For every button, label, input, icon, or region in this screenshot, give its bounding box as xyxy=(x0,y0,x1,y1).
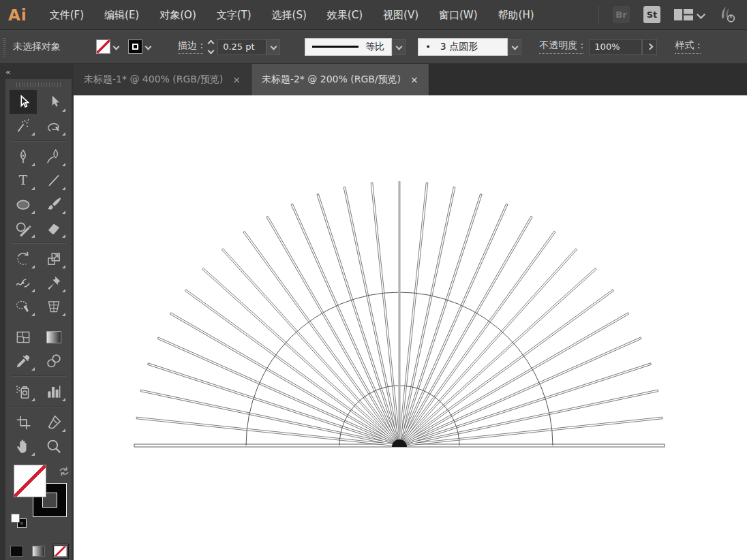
stroke-weight-dropdown-button[interactable] xyxy=(266,39,280,55)
subtool-corner-icon xyxy=(62,234,65,238)
tool-hand[interactable] xyxy=(10,434,37,458)
tool-paintbrush[interactable] xyxy=(40,192,67,216)
subtool-corner-icon xyxy=(62,108,65,112)
stroke-weight-label[interactable]: 描边 : xyxy=(178,40,203,54)
subtool-corner-icon xyxy=(62,398,65,401)
fan-ray[interactable] xyxy=(399,216,532,446)
profile-label: 等比 xyxy=(365,41,384,53)
opacity-field[interactable]: 100% xyxy=(589,39,642,55)
tool-perspective-grid[interactable] xyxy=(40,294,67,318)
tool-type[interactable]: T xyxy=(10,168,37,192)
menubar-item[interactable]: 帮助(H) xyxy=(488,0,545,30)
swap-fill-stroke-icon[interactable] xyxy=(58,466,70,477)
fan-ray[interactable] xyxy=(399,337,641,446)
menubar-item[interactable]: 编辑(E) xyxy=(94,0,149,30)
width-profile-dropdown-button[interactable] xyxy=(392,39,406,55)
tool-column-graph[interactable] xyxy=(40,379,67,403)
tab-close-icon[interactable]: × xyxy=(410,74,418,85)
fan-ray[interactable] xyxy=(266,216,400,446)
width-profile-dropdown[interactable]: 等比 xyxy=(305,38,392,56)
tool-eraser[interactable] xyxy=(40,216,67,240)
menubar-item[interactable]: 选择(S) xyxy=(262,0,317,30)
chevron-down-icon[interactable] xyxy=(145,44,152,50)
color-button[interactable] xyxy=(8,544,25,559)
collapse-panel-button[interactable]: « xyxy=(5,67,10,77)
brush-dropdown-button[interactable] xyxy=(508,39,521,55)
gpu-performance-icon[interactable] xyxy=(718,6,736,23)
divider xyxy=(11,406,66,407)
tool-width-tool[interactable] xyxy=(10,270,37,294)
menubar-item[interactable]: 窗口(W) xyxy=(429,0,488,30)
tool-magic-wand[interactable] xyxy=(10,114,37,138)
subtool-corner-icon xyxy=(62,265,65,268)
tool-shape-builder[interactable] xyxy=(10,294,37,318)
tool-scale[interactable] xyxy=(40,247,67,270)
tool-lasso[interactable] xyxy=(40,114,67,138)
menubar-item[interactable]: 对象(O) xyxy=(149,0,207,30)
subtool-corner-icon xyxy=(62,132,65,136)
menubar-item[interactable]: 文件(F) xyxy=(40,0,94,30)
document-canvas[interactable] xyxy=(74,95,747,560)
chevron-down-icon[interactable] xyxy=(113,44,120,50)
tool-zoom[interactable] xyxy=(40,434,67,458)
chevron-down-icon[interactable] xyxy=(208,47,215,54)
document-tab[interactable]: 未标题-1* @ 400% (RGB/预览)× xyxy=(74,64,251,95)
opacity-expand-button[interactable] xyxy=(642,39,657,55)
tool-eyedropper[interactable] xyxy=(10,349,37,373)
subtool-corner-icon xyxy=(62,313,65,316)
document-tab[interactable]: 未标题-2* @ 200% (RGB/预览)× xyxy=(251,64,429,95)
fill-none-swatch[interactable] xyxy=(96,40,110,54)
tool-symbol-sprayer[interactable] xyxy=(10,379,37,403)
stroke-weight-field[interactable]: 0.25 pt xyxy=(217,39,266,55)
opacity-label[interactable]: 不透明度 : xyxy=(539,40,583,54)
tool-ellipse[interactable] xyxy=(10,192,37,216)
brush-dropdown[interactable]: • 3 点圆形 xyxy=(418,38,508,56)
fan-ray[interactable] xyxy=(157,337,400,446)
highlight-ray[interactable] xyxy=(398,181,400,446)
subtool-corner-icon xyxy=(31,265,35,268)
divider xyxy=(11,140,66,142)
tool-artboard[interactable] xyxy=(10,410,37,434)
tool-curvature[interactable] xyxy=(40,144,67,168)
tool-line-segment[interactable] xyxy=(40,168,67,192)
panel-grip[interactable] xyxy=(16,82,61,87)
fan-ray[interactable] xyxy=(399,204,508,446)
stroke-color-control[interactable] xyxy=(128,40,151,54)
default-fill-stroke-icon[interactable] xyxy=(11,514,26,527)
panel-grip[interactable] xyxy=(3,37,6,57)
menubar-item[interactable]: 文字(T) xyxy=(207,0,262,30)
bridge-icon[interactable]: Br xyxy=(613,6,630,23)
subtool-corner-icon xyxy=(62,187,65,190)
chevron-up-icon[interactable] xyxy=(208,40,215,46)
tab-close-icon[interactable]: × xyxy=(232,74,241,85)
tool-selection[interactable] xyxy=(10,90,37,114)
fill-proxy-none[interactable] xyxy=(14,465,46,497)
subtool-corner-icon xyxy=(31,132,35,136)
menubar-item[interactable]: 效果(C) xyxy=(317,0,373,30)
stroke-weight-stepper[interactable] xyxy=(209,41,213,53)
tool-pen[interactable] xyxy=(10,144,37,168)
artwork-svg[interactable] xyxy=(74,95,747,560)
subtool-corner-icon xyxy=(31,163,35,166)
tool-rotate[interactable] xyxy=(10,247,37,270)
menubar-item[interactable]: 视图(V) xyxy=(373,0,429,30)
gradient-button[interactable] xyxy=(30,544,47,559)
none-button[interactable] xyxy=(52,544,69,559)
tool-mesh[interactable] xyxy=(10,325,37,349)
workspace-switcher[interactable] xyxy=(674,8,704,21)
gradient-swatch xyxy=(32,546,45,557)
tool-puppet-warp[interactable] xyxy=(40,270,67,294)
tool-direct-selection[interactable] xyxy=(40,90,67,114)
style-label[interactable]: 样式 : xyxy=(675,40,700,54)
tool-slice[interactable] xyxy=(40,410,67,434)
fan-ray[interactable] xyxy=(399,313,628,446)
fill-color-control[interactable] xyxy=(96,40,119,54)
tool-gradient[interactable] xyxy=(40,325,67,349)
stock-icon[interactable]: St xyxy=(643,6,660,23)
subtool-corner-icon xyxy=(31,313,35,316)
fan-ray[interactable] xyxy=(170,313,399,446)
tool-shaper[interactable] xyxy=(10,216,37,240)
fan-ray[interactable] xyxy=(291,204,400,446)
tool-blend[interactable] xyxy=(40,349,67,373)
stroke-black-swatch[interactable] xyxy=(128,40,142,54)
